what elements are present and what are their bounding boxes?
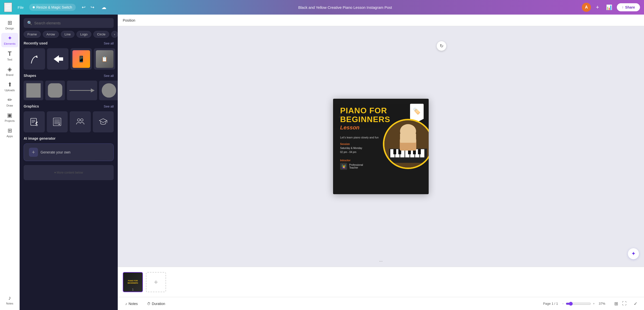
sidebar-item-label-projects: Projects — [5, 119, 15, 122]
graphics-see-all[interactable]: See all — [104, 105, 114, 108]
user-avatar[interactable]: A — [582, 3, 591, 12]
add-collaborator-button[interactable]: + — [593, 3, 601, 11]
redo-button[interactable]: ↪ — [89, 4, 96, 11]
canvas-session-days: Saturday & Monday — [340, 146, 362, 150]
brand-icon: ◈ — [8, 66, 12, 73]
position-bar: Position — [118, 15, 644, 26]
sidebar-item-draw[interactable]: ✏ Draw — [1, 95, 18, 109]
sidebar-item-uploads[interactable]: ⬆ Uploads — [1, 79, 18, 94]
document-title: Black and Yellow Creative Piano Lesson I… — [111, 5, 579, 10]
chip-frame[interactable]: Frame — [24, 31, 41, 38]
status-bar: ♪ Notes ⏱ Duration Page 1 / 1 − + 37% ⊞ … — [118, 297, 644, 310]
graphic-item-2[interactable] — [47, 111, 68, 132]
shape-arrow-line[interactable] — [67, 81, 97, 100]
shapes-section: Shapes See all — [20, 74, 118, 104]
sidebar-item-label-notes: Notes — [6, 302, 13, 305]
search-bar: 🔍 — [20, 15, 118, 31]
graphic-item-4[interactable] — [93, 111, 114, 132]
graphic-people-icon — [75, 117, 85, 127]
chip-line[interactable]: Line — [61, 31, 75, 38]
zoom-level: 37% — [599, 302, 609, 305]
sidebar-item-notes[interactable]: ♪ Notes — [1, 293, 18, 307]
graphic-item-1[interactable] — [24, 111, 45, 132]
sidebar-item-brand[interactable]: ◈ Brand — [1, 64, 18, 78]
elements-icon: ✦ — [8, 35, 12, 41]
duration-label: Duration — [152, 302, 165, 306]
graphics-title: Graphics — [24, 104, 39, 108]
panel-scroll-hint: ▾ More content below — [20, 165, 118, 183]
sidebar-item-label-text: Text — [7, 58, 12, 61]
sidebar-item-apps[interactable]: ⊞ Apps — [1, 125, 18, 140]
recently-used-see-all[interactable]: See all — [104, 41, 114, 45]
menu-button[interactable]: ☰ — [4, 3, 12, 12]
analytics-button[interactable]: 📊 — [604, 3, 614, 11]
canvas-title-block: PIANO FOR BEGINNERS Lesson — [340, 106, 390, 131]
notes-sidebar-icon: ♪ — [8, 295, 11, 301]
ai-generate-button[interactable]: + Generate your own — [24, 143, 114, 161]
magic-switch-dot — [33, 6, 35, 8]
undo-button[interactable]: ↩ — [80, 4, 88, 11]
magic-switch-button[interactable]: Resize & Magic Switch — [29, 4, 75, 11]
shapes-see-all[interactable]: See all — [104, 74, 114, 78]
duration-icon: ⏱ — [147, 302, 150, 306]
chip-arrow[interactable]: Arrow — [43, 31, 59, 38]
badge-heart-icon: 🏷️ — [413, 108, 421, 115]
graphic-item-3[interactable] — [70, 111, 91, 132]
sidebar-item-projects[interactable]: ▣ Projects — [1, 110, 18, 124]
chip-circle[interactable]: Circle — [93, 31, 109, 38]
square-shape — [24, 81, 43, 100]
canvas-area: Position ♪ ♫ ♩ ♬ ♪ — [118, 15, 644, 310]
filmstrip-page-1[interactable]: PIANO FOR BEGINNERS 1 — [123, 272, 143, 292]
elements-panel: 🔍 Frame Arrow Line Logo Circle › Recentl… — [20, 15, 118, 310]
grid-view-button[interactable]: ⊞ — [613, 300, 620, 307]
filmstrip-page-num-1: 1 — [132, 288, 134, 291]
svg-rect-7 — [31, 118, 36, 125]
page-indicator: Page 1 / 1 — [543, 302, 558, 305]
chip-more[interactable]: › — [111, 31, 118, 38]
svg-rect-3 — [48, 83, 62, 97]
share-icon: ↑ — [622, 5, 624, 9]
share-button[interactable]: ↑ Share — [617, 3, 640, 11]
shape-square[interactable] — [24, 81, 43, 100]
view-mode-buttons: ⊞ ⛶ — [613, 300, 628, 307]
scroll-more-indicator: ▾ More content below — [54, 171, 83, 174]
recent-item-element4[interactable]: 📋 — [94, 48, 115, 70]
uploads-icon: ⬆ — [8, 81, 12, 88]
recent-item-arrow-left[interactable] — [47, 48, 68, 70]
design-canvas[interactable]: ♪ ♫ ♩ ♬ ♪ 🏷️ — [333, 99, 429, 194]
sidebar-item-label-apps: Apps — [7, 135, 13, 138]
recent-item-arrow[interactable] — [24, 48, 45, 70]
search-input[interactable] — [34, 21, 110, 25]
graphic-graduate-icon — [98, 117, 108, 127]
canvas-refresh-button[interactable]: ↻ — [437, 41, 446, 51]
present-button[interactable]: ✓ — [632, 300, 639, 307]
projects-icon: ▣ — [7, 112, 12, 119]
filmstrip-add-page[interactable]: + — [146, 272, 166, 292]
recently-used-section: Recently used See all — [20, 41, 118, 74]
shapes-title: Shapes — [24, 74, 36, 78]
fullscreen-button[interactable]: ⛶ — [621, 300, 628, 307]
recently-used-header: Recently used See all — [24, 41, 114, 45]
notes-icon: ♪ — [125, 302, 127, 306]
zoom-slider[interactable] — [566, 302, 591, 306]
search-icon: 🔍 — [27, 21, 32, 25]
magic-sparkle-button[interactable]: ✦ — [628, 248, 639, 259]
sidebar-item-elements[interactable]: ✦ Elements — [1, 33, 18, 47]
position-label: Position — [123, 18, 135, 22]
shape-rounded-rect[interactable] — [45, 81, 65, 100]
file-button[interactable]: File — [15, 4, 26, 11]
sidebar-item-text[interactable]: T Text — [1, 48, 18, 63]
piano-girl-svg — [384, 119, 429, 169]
sidebar-item-design[interactable]: ⊞ Design — [1, 18, 18, 32]
search-input-wrap: 🔍 — [24, 18, 114, 28]
filmstrip: PIANO FOR BEGINNERS 1 + — [118, 267, 644, 297]
shape-circle[interactable] — [99, 81, 118, 100]
graphics-section: Graphics See all — [20, 104, 118, 136]
cloud-save-button[interactable]: ☁ — [99, 3, 108, 11]
chip-logo[interactable]: Logo — [76, 31, 91, 38]
recent-item-social[interactable]: 📱 — [70, 48, 92, 70]
collapse-handle[interactable]: ⋯ — [376, 258, 386, 264]
svg-rect-2 — [26, 83, 41, 97]
notes-button[interactable]: ♪ Notes — [123, 300, 140, 307]
duration-button[interactable]: ⏱ Duration — [144, 300, 168, 307]
